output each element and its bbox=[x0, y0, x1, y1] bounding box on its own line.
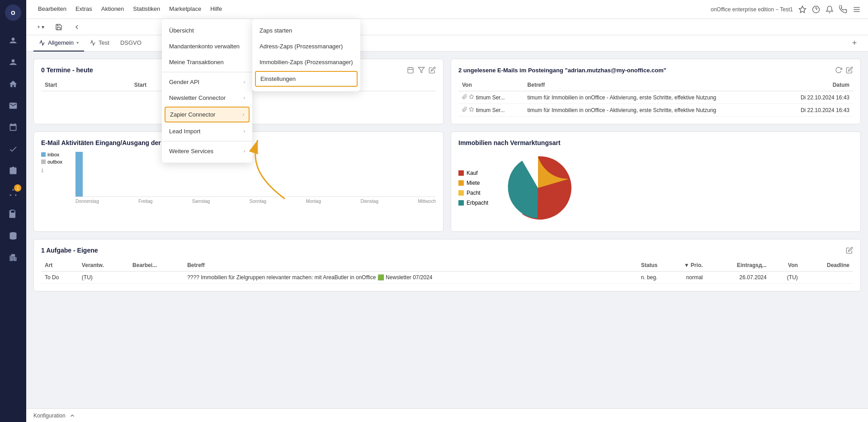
pacht-color bbox=[458, 190, 464, 196]
dashboard-row-2: E-Mail Aktivitäten Eingang/Ausgang der l… bbox=[33, 131, 861, 232]
legend-kauf: Kauf bbox=[458, 170, 488, 176]
footer-label: Konfiguration bbox=[33, 413, 66, 419]
tab-add-button[interactable]: + bbox=[848, 37, 861, 50]
nav-extras[interactable]: Extras bbox=[71, 0, 97, 19]
miete-color bbox=[458, 180, 464, 186]
email-col-datum: Datum bbox=[780, 79, 853, 91]
email-row-1[interactable]: timum Ser... timum für Immobilien in onO… bbox=[458, 91, 853, 104]
email-date-1: Di 22.10.2024 16:43 bbox=[780, 91, 853, 104]
task-row-1[interactable]: To Do (TU) ???? Immobilien für Zielgrupp… bbox=[41, 272, 853, 284]
save-icon bbox=[55, 23, 62, 31]
erbpacht-color bbox=[458, 200, 464, 206]
tab-dsgvo[interactable]: DSGVO bbox=[115, 35, 147, 52]
kauf-color bbox=[458, 170, 464, 176]
legend-erbpacht: Erbpacht bbox=[458, 200, 488, 206]
chart-icon bbox=[39, 40, 45, 46]
back-button[interactable] bbox=[70, 22, 84, 33]
menu-newsletter-connector[interactable]: Newsletter Connector › bbox=[162, 90, 252, 106]
appointments-toolbar bbox=[407, 66, 436, 74]
properties-title: Immobilien nach Vermarktungsart bbox=[458, 139, 853, 146]
legend-miete: Miete bbox=[458, 180, 488, 186]
tasks-settings-icon[interactable] bbox=[846, 247, 853, 254]
star-icon[interactable] bbox=[798, 5, 807, 14]
task-bearbei-1 bbox=[129, 272, 184, 284]
submenu-immobilien-zaps[interactable]: Immobilien-Zaps (Prozessmanager) bbox=[252, 54, 360, 70]
email-row-2[interactable]: timum Ser... timum für Immobilien in onO… bbox=[458, 104, 853, 117]
nav-menu: Bearbeiten Extras Aktionen Statistiken M… bbox=[33, 0, 711, 19]
submenu-zaps-starten[interactable]: Zaps starten bbox=[252, 23, 360, 38]
task-eintrag-1: 26.07.2024 bbox=[707, 272, 770, 284]
sidebar-icon-database[interactable] bbox=[4, 227, 22, 245]
menu-gender-api[interactable]: Gender API › bbox=[162, 74, 252, 90]
chevron-up-icon[interactable] bbox=[69, 413, 75, 419]
zapier-chevron: › bbox=[243, 112, 244, 117]
sidebar-icon-tasks[interactable] bbox=[4, 140, 22, 158]
menu-mandantenkonto[interactable]: Mandantenkonto verwalten bbox=[162, 38, 252, 54]
refresh-icon[interactable] bbox=[835, 66, 842, 74]
tab-test[interactable]: Test bbox=[84, 35, 115, 52]
filter-icon[interactable] bbox=[418, 66, 425, 74]
col-start1: Start bbox=[41, 79, 131, 91]
nav-bearbeiten[interactable]: Bearbeiten bbox=[33, 0, 71, 19]
nav-hilfe[interactable]: Hilfe bbox=[206, 0, 226, 19]
marketplace-dropdown: Übersicht Mandantenkonto verwalten Meine… bbox=[162, 19, 252, 163]
sidebar-icon-clipboard[interactable] bbox=[4, 162, 22, 180]
submenu-adress-zaps[interactable]: Adress-Zaps (Prozessmanager) bbox=[252, 38, 360, 54]
footer-bar: Konfiguration bbox=[26, 408, 868, 422]
save-button[interactable] bbox=[52, 22, 66, 33]
tasks-col-art: Art bbox=[41, 259, 78, 272]
tasks-col-prio: ▼ Prio. bbox=[661, 259, 706, 272]
notification-icon[interactable] bbox=[826, 5, 834, 14]
menu-transaktionen[interactable]: Meine Transaktionen bbox=[162, 54, 252, 70]
network-badge: 1 bbox=[14, 184, 21, 192]
nav-marketplace[interactable]: Marketplace bbox=[165, 0, 206, 19]
edit-icon[interactable] bbox=[429, 66, 436, 74]
tasks-col-status: Status bbox=[620, 259, 661, 272]
chart-legend: inbox outbox 1 bbox=[41, 152, 68, 204]
menu-divider-2 bbox=[162, 141, 252, 141]
topnav-right: onOffice enterprise edition − Test1 bbox=[711, 5, 861, 14]
tab-chevron: ▾ bbox=[76, 40, 79, 45]
x-labels: Donnerstag Freitag Samstag Sonntag Monta… bbox=[75, 199, 436, 204]
menu-lead-import[interactable]: Lead Import › bbox=[162, 123, 252, 139]
calendar-grid-icon[interactable] bbox=[407, 66, 414, 74]
help-icon[interactable] bbox=[812, 5, 820, 14]
zapier-submenu: Zaps starten Adress-Zaps (Prozessmanager… bbox=[252, 19, 360, 91]
sidebar-icon-book[interactable] bbox=[4, 205, 22, 223]
svg-point-2 bbox=[12, 189, 14, 191]
sidebar-icon-profile[interactable] bbox=[4, 32, 22, 50]
top-navigation: Bearbeiten Extras Aktionen Statistiken M… bbox=[26, 0, 868, 19]
tabs-bar: Allgemein ▾ Test DSGVO + bbox=[26, 35, 868, 52]
add-button[interactable]: + ▾ bbox=[33, 22, 48, 32]
tasks-col-von: Von bbox=[770, 259, 802, 272]
nav-aktionen[interactable]: Aktionen bbox=[97, 0, 129, 19]
emails-title: 2 ungelesene E-Mails im Posteingang "adr… bbox=[458, 66, 853, 74]
tab-allgemein[interactable]: Allgemein ▾ bbox=[33, 35, 84, 52]
nav-statistiken[interactable]: Statistiken bbox=[128, 0, 165, 19]
menu-weitere-services[interactable]: Weitere Services › bbox=[162, 143, 252, 159]
menu-zapier-connector[interactable]: Zapier Connector › bbox=[165, 107, 250, 122]
phone-icon[interactable] bbox=[839, 5, 847, 14]
menu-ubersicht[interactable]: Übersicht bbox=[162, 23, 252, 38]
legend-outbox: outbox bbox=[41, 159, 68, 164]
svg-marker-6 bbox=[799, 6, 806, 12]
legend-inbox: inbox bbox=[41, 152, 68, 157]
email-edit-icon[interactable] bbox=[846, 66, 853, 74]
sidebar-icon-mail[interactable] bbox=[4, 97, 22, 115]
sidebar-icon-calendar[interactable] bbox=[4, 118, 22, 136]
sidebar-icon-contacts[interactable] bbox=[4, 53, 22, 71]
submenu-einstellungen[interactable]: Einstellungen bbox=[255, 71, 358, 87]
sidebar-icon-home[interactable] bbox=[4, 75, 22, 93]
task-art-1: To Do bbox=[41, 272, 78, 284]
sidebar-icon-network[interactable]: 1 bbox=[4, 183, 22, 202]
svg-rect-11 bbox=[408, 68, 413, 73]
menu-icon[interactable] bbox=[853, 5, 861, 14]
tasks-col-verantw: Verantw. bbox=[78, 259, 129, 272]
svg-marker-16 bbox=[469, 94, 474, 99]
pie-content: Kauf Miete Pacht Erbpacht bbox=[458, 152, 853, 224]
email-col-von: Von bbox=[458, 79, 524, 91]
pie-chart bbox=[502, 152, 574, 224]
email-from-1: timum Ser... bbox=[458, 91, 524, 104]
svg-point-0 bbox=[12, 38, 15, 41]
sidebar-icon-building[interactable] bbox=[4, 249, 22, 267]
